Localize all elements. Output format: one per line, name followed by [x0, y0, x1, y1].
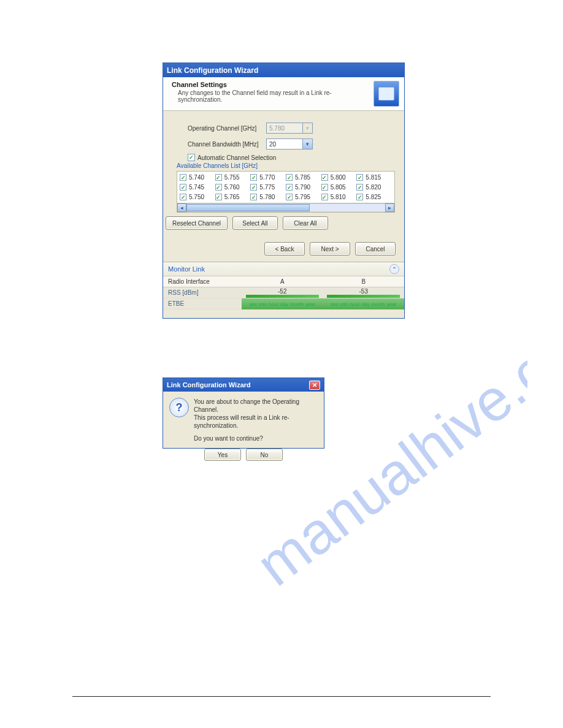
- rss-b-bar: [327, 295, 400, 298]
- channel-checkbox[interactable]: ✓: [180, 174, 186, 181]
- operating-channel-label: Operating Channel [GHz]: [188, 125, 266, 132]
- dialog-line-1: You are about to change the Operating Ch…: [194, 398, 318, 414]
- channel-item: ✓5.755: [215, 173, 251, 182]
- monitor-link-title: Monitor Link: [168, 265, 205, 273]
- footer-rule: [72, 696, 491, 697]
- scroll-left-icon[interactable]: ◂: [177, 203, 186, 212]
- close-icon[interactable]: ✕: [309, 381, 320, 390]
- available-channels-label: Available Channels List [GHz]: [177, 162, 391, 169]
- channel-item: ✓5.805: [321, 183, 357, 192]
- channel-checkbox[interactable]: ✓: [356, 194, 363, 200]
- channel-checkbox[interactable]: ✓: [215, 174, 222, 181]
- column-a-header: A: [242, 276, 323, 287]
- channel-checkbox[interactable]: ✓: [356, 174, 363, 181]
- channel-item: ✓5.780: [250, 192, 286, 202]
- channel-checkbox[interactable]: ✓: [356, 184, 363, 191]
- channel-checkbox[interactable]: ✓: [215, 184, 222, 191]
- back-button[interactable]: < Back: [264, 242, 305, 256]
- channel-item: ✓5.760: [215, 183, 251, 192]
- cancel-button[interactable]: Cancel: [355, 242, 396, 256]
- rss-b-cell: -53: [323, 287, 405, 298]
- wizard-header-icon: [373, 81, 399, 107]
- channel-checkbox[interactable]: ✓: [321, 194, 328, 200]
- channel-item: ✓5.820: [356, 183, 392, 192]
- channel-item: ✓5.800: [321, 173, 357, 182]
- bandwidth-value: 20: [269, 141, 276, 148]
- collapse-icon[interactable]: ⌃: [389, 264, 399, 274]
- rss-a-value: -52: [278, 288, 286, 295]
- wizard-window: Link Configuration Wizard Channel Settin…: [163, 63, 405, 319]
- etbe-a-cell: sec min hour day month year: [242, 298, 323, 309]
- channel-item: ✓5.795: [286, 192, 321, 202]
- page-heading: Channel Settings: [172, 81, 373, 88]
- wizard-titlebar[interactable]: Link Configuration Wizard: [163, 63, 404, 77]
- reselect-channel-button[interactable]: Reselect Channel: [166, 216, 228, 230]
- question-icon: ?: [169, 398, 189, 417]
- chevron-down-icon[interactable]: ▾: [302, 139, 312, 149]
- dialog-title: Link Configuration Wizard: [167, 381, 251, 389]
- operating-channel-value: 5.780: [269, 125, 285, 132]
- channel-checkbox[interactable]: ✓: [180, 184, 186, 191]
- channel-item: ✓5.825: [356, 192, 392, 202]
- rss-label: RSS [dBm]: [163, 287, 242, 298]
- channel-checkbox[interactable]: ✓: [250, 194, 257, 200]
- clear-all-button[interactable]: Clear All: [283, 216, 328, 230]
- channel-checkbox[interactable]: ✓: [250, 174, 257, 181]
- yes-button[interactable]: Yes: [204, 449, 241, 461]
- etbe-label: ETBE: [163, 298, 242, 309]
- rss-a-bar: [246, 295, 319, 298]
- dialog-titlebar[interactable]: Link Configuration Wizard ✕: [163, 378, 324, 392]
- acs-label: Automatic Channel Selection: [197, 154, 276, 161]
- channel-checkbox[interactable]: ✓: [286, 194, 293, 200]
- dialog-line-2: This process will result in a Link re-sy…: [194, 414, 318, 430]
- wizard-header-panel: Channel Settings Any changes to the Chan…: [163, 77, 404, 111]
- channel-item: ✓5.750: [180, 192, 215, 202]
- channel-item: ✓5.770: [250, 173, 286, 182]
- channel-item: ✓5.810: [321, 192, 357, 202]
- channel-checkbox[interactable]: ✓: [321, 174, 328, 181]
- bandwidth-label: Channel Bandwidth [MHz]: [188, 141, 266, 148]
- wizard-title: Link Configuration Wizard: [167, 66, 258, 75]
- scrollbar-track[interactable]: [186, 203, 385, 212]
- select-all-button[interactable]: Select All: [232, 216, 278, 230]
- channel-item: ✓5.775: [250, 183, 286, 192]
- channel-item: ✓5.765: [215, 192, 251, 202]
- channel-item: ✓5.785: [286, 173, 321, 182]
- etbe-b-cell: sec min hour day month year: [323, 298, 405, 309]
- next-button[interactable]: Next >: [310, 242, 350, 256]
- column-b-header: B: [323, 276, 405, 287]
- dialog-line-3: Do you want to continue?: [194, 434, 318, 442]
- channel-item: ✓5.815: [356, 173, 392, 182]
- radio-interface-label: Radio Interface: [163, 276, 242, 287]
- chevron-down-icon: ▾: [302, 123, 312, 133]
- channels-h-scrollbar[interactable]: ◂ ▸: [177, 203, 395, 213]
- channel-checkbox[interactable]: ✓: [215, 194, 222, 200]
- rss-b-value: -53: [359, 288, 368, 295]
- dialog-message: You are about to change the Operating Ch…: [194, 398, 318, 442]
- acs-checkbox[interactable]: ✓: [188, 154, 195, 161]
- channel-checkbox[interactable]: ✓: [321, 184, 328, 191]
- scrollbar-thumb[interactable]: [186, 204, 310, 211]
- channel-checkbox[interactable]: ✓: [286, 184, 293, 191]
- channel-checkbox[interactable]: ✓: [250, 184, 257, 191]
- rss-a-cell: -52: [242, 287, 323, 298]
- channel-item: ✓5.745: [180, 183, 215, 192]
- channel-item: ✓5.790: [286, 183, 321, 192]
- no-button[interactable]: No: [246, 449, 283, 461]
- operating-channel-select: 5.780 ▾: [266, 123, 313, 134]
- scroll-right-icon[interactable]: ▸: [385, 203, 394, 212]
- page-subheading: Any changes to the Channel field may res…: [178, 89, 373, 103]
- channel-checkbox[interactable]: ✓: [180, 194, 186, 200]
- channel-checkbox[interactable]: ✓: [286, 174, 293, 181]
- channels-listbox: ✓5.740 ✓5.755 ✓5.770 ✓5.785 ✓5.800 ✓5.81…: [177, 171, 395, 203]
- bandwidth-select[interactable]: 20 ▾: [266, 138, 313, 150]
- monitor-glyph: [378, 87, 394, 100]
- confirm-dialog: Link Configuration Wizard ✕ ? You are ab…: [163, 377, 324, 449]
- monitor-link-panel: Monitor Link ⌃ Radio Interface A B RSS […: [163, 262, 404, 309]
- channel-item: ✓5.740: [180, 173, 215, 182]
